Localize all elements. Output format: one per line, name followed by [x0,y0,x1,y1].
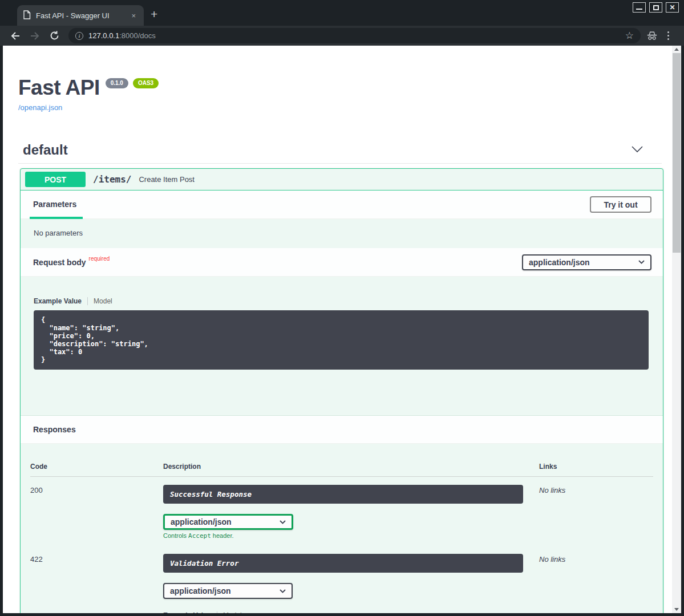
browser-toolbar: i 127.0.0.1:8000/docs ☆ [0,26,684,46]
responses-table-head: Code Description Links [30,463,653,477]
page-viewport: Fast API 0.1.0 OAS3 /openapi.json defaul… [3,46,681,613]
reload-button[interactable] [47,29,62,43]
openapi-spec-link[interactable]: /openapi.json [18,103,62,112]
url-host: 127.0.0.1 [88,31,119,40]
parameters-header: Parameters Try it out [21,191,663,219]
tab-title: Fast API - Swagger UI [36,11,124,20]
swagger-page: Fast API 0.1.0 OAS3 /openapi.json defaul… [3,46,672,613]
incognito-icon [644,29,660,43]
responses-table: Code Description Links 200 Successful Re… [21,444,663,613]
request-content-type-select[interactable]: application/json [522,254,651,270]
response-links: No links [539,554,653,613]
new-tab-button[interactable]: + [151,8,157,20]
site-info-icon[interactable]: i [75,32,83,40]
minimize-icon [636,9,642,10]
tab-close-icon[interactable]: × [129,11,138,21]
controls-accept-note: Controls Accept header. [163,532,539,540]
response-code: 200 [30,485,163,540]
model-tab[interactable]: Model [223,611,242,614]
response-content-type-select-200[interactable]: application/json [163,514,293,530]
response-content-type-200: application/json [171,517,232,526]
responses-label: Responses [33,425,76,434]
col-links: Links [539,463,653,471]
api-title: Fast API [18,77,100,98]
tag-title: default [23,142,68,158]
response-row-422: 422 Validation Error application/json Ex… [30,540,653,613]
tag-divider [18,163,662,164]
response-code: 422 [30,554,163,613]
select-chevron-icon [280,520,286,524]
request-body-section: Example Value Model { "name": "string", … [21,277,663,415]
select-chevron-icon [280,589,286,593]
close-icon: ✕ [669,4,675,11]
tab-separator [87,297,88,305]
opblock-summary[interactable]: POST /items/ Create Item Post [21,169,663,191]
request-body-header: Request body required application/json [21,248,663,277]
back-button[interactable] [8,29,23,43]
browser-titlebar: Fast API - Swagger UI × + ✕ [0,0,684,26]
browser-tab[interactable]: Fast API - Swagger UI × [17,5,144,26]
model-example-tabs: Example Value Model [163,611,539,613]
maximize-icon [653,5,659,10]
bookmark-star-icon[interactable]: ☆ [625,31,634,40]
model-tab[interactable]: Model [94,297,112,305]
three-dots-icon [667,31,669,40]
example-code: { "name": "string", "price": 0, "descrip… [41,316,649,364]
response-description-box: Successful Response [163,485,523,504]
response-description-box: Validation Error [163,554,523,573]
api-badges: 0.1.0 OAS3 [106,78,159,88]
parameters-tab: Parameters [33,199,76,210]
response-row-200: 200 Successful Response application/json… [30,477,653,540]
tag-section-header[interactable]: default [23,142,643,158]
scrollbar-thumb[interactable] [673,53,681,253]
model-example-tabs: Example Value Model [34,297,650,305]
endpoint-path: /items/ [93,174,131,185]
col-code: Code [30,463,163,471]
example-code-block: { "name": "string", "price": 0, "descrip… [34,310,649,370]
scrollbar-down-arrow[interactable] [672,606,681,613]
minimize-button[interactable] [633,2,646,13]
close-button[interactable]: ✕ [666,2,679,13]
try-it-out-button[interactable]: Try it out [590,196,651,213]
col-description: Description [163,463,539,471]
url-path: :8000/docs [119,31,156,40]
responses-header: Responses [21,415,663,444]
maximize-button[interactable] [649,2,662,13]
select-chevron-icon [638,260,645,264]
version-badge: 0.1.0 [106,78,128,88]
page-scrollbar[interactable] [672,46,681,613]
request-body-label: Request body [33,258,86,267]
post-items-opblock: POST /items/ Create Item Post Parameters… [20,168,663,613]
page-favicon-icon [23,10,31,21]
example-value-tab[interactable]: Example Value [34,297,82,305]
api-info: Fast API 0.1.0 OAS3 /openapi.json [18,77,672,112]
scrollbar-up-arrow[interactable] [672,46,681,53]
url-bar[interactable]: i 127.0.0.1:8000/docs ☆ [68,28,641,43]
browser-menu-button[interactable] [660,29,676,43]
response-desc-cell: Successful Response application/json Con… [163,485,539,540]
response-links: No links [539,485,653,540]
example-value-tab[interactable]: Example Value [163,611,211,614]
no-parameters-text: No parameters [21,219,663,248]
parameters-tab-label: Parameters [33,200,76,209]
response-desc-cell: Validation Error application/json Exampl… [163,554,539,613]
tab-separator [217,611,217,614]
endpoint-summary: Create Item Post [139,175,195,184]
url-text: 127.0.0.1:8000/docs [88,31,156,40]
oas3-badge: OAS3 [133,78,159,88]
response-content-type-select-422[interactable]: application/json [163,583,293,599]
forward-button[interactable] [27,29,42,43]
response-content-type-422: application/json [170,586,231,595]
window-controls: ✕ [633,2,679,13]
required-flag: required [89,256,110,262]
http-method-badge: POST [25,172,86,187]
chevron-down-icon[interactable] [631,145,643,155]
request-content-type-value: application/json [529,258,590,267]
